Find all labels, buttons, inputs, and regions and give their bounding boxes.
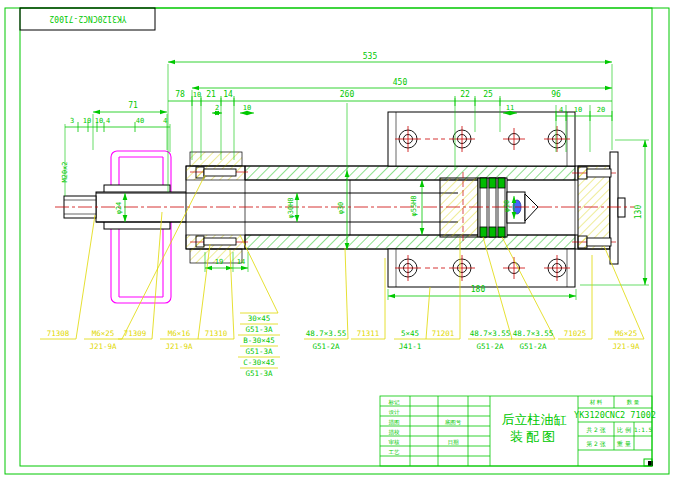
callout-5x45: 5×45 bbox=[401, 329, 419, 338]
dim-535: 535 bbox=[363, 52, 378, 61]
tb-left-r3: 描图 bbox=[389, 419, 400, 426]
dim-130: 130 bbox=[634, 205, 643, 220]
dim-m20: M20x2 bbox=[61, 161, 69, 182]
dim-phi24: φ24 bbox=[115, 202, 123, 215]
callout-m6x25-left-2: J21-9A bbox=[89, 342, 117, 351]
drawing-code-text: YK3120CNC2-71002 bbox=[49, 14, 126, 23]
tb-left-r5: 审核 bbox=[389, 439, 401, 445]
dim-450: 450 bbox=[393, 78, 408, 87]
callout-m6x25-right-2: J21-9A bbox=[612, 342, 640, 351]
callout-oring-3: 48.7×3.55 bbox=[513, 329, 554, 338]
dim-4a: 4 bbox=[559, 106, 563, 114]
dim-40: 40 bbox=[136, 117, 144, 125]
callout-m6x25-right: M6×25 bbox=[615, 329, 638, 338]
callout-71309: 71309 bbox=[124, 329, 147, 338]
dim-10c: 10 bbox=[574, 106, 582, 114]
tb-scale: 1:1.5 bbox=[634, 426, 652, 433]
dim-phi20: φ20 bbox=[503, 200, 511, 213]
dim-25: 25 bbox=[483, 90, 493, 99]
piston-seal-rings bbox=[480, 178, 505, 237]
callout-seal-stack-1: 30×45 bbox=[248, 314, 271, 323]
callout-m6x25-left: M6×25 bbox=[92, 329, 115, 338]
callout-5x45-2: J41-1 bbox=[399, 342, 422, 351]
tb-title-line1: 后立柱油缸 bbox=[502, 412, 567, 427]
dim-14b: 14 bbox=[237, 258, 245, 266]
dim-10e: 10 bbox=[95, 117, 103, 125]
dim-phi30h8: φ30H8 bbox=[287, 197, 295, 218]
callout-oring-3-2: G51-2A bbox=[519, 342, 547, 351]
dim-180: 180 bbox=[471, 285, 486, 294]
callout-oring-2: 48.7×3.55 bbox=[470, 329, 511, 338]
dim-4b: 4 bbox=[106, 117, 110, 125]
dim-22: 22 bbox=[460, 90, 470, 99]
tb-left-r6: 工艺 bbox=[389, 449, 401, 455]
callout-seal-stack-4: G51-3A bbox=[245, 347, 273, 356]
dim-phi55h8: φ55H8 bbox=[410, 195, 418, 216]
end-cap bbox=[572, 152, 625, 264]
dim-3: 3 bbox=[70, 117, 74, 125]
tb-sheets: 共 2 张 bbox=[586, 426, 606, 434]
dim-11: 11 bbox=[506, 104, 514, 112]
tb-left-r1: 标记 bbox=[388, 399, 401, 406]
callout-seal-stack-3: B-30×45 bbox=[243, 336, 275, 345]
callout-m6x16: M6×16 bbox=[168, 329, 191, 338]
dim-10d: 10 bbox=[83, 117, 91, 125]
dim-96: 96 bbox=[551, 90, 561, 99]
dim-10b: 10 bbox=[243, 104, 251, 112]
tb-weight-label: 重 量 bbox=[616, 440, 631, 447]
tb-left-r2: 设计 bbox=[389, 409, 401, 415]
tb-sheet-no: 第 2 张 bbox=[586, 440, 606, 448]
callout-oring-1: 48.7×3.55 bbox=[306, 329, 347, 338]
dim-260: 260 bbox=[340, 90, 355, 99]
callout-71311: 71311 bbox=[357, 329, 380, 338]
dim-71: 71 bbox=[128, 101, 138, 110]
tb-left-r4: 描校 bbox=[389, 429, 401, 436]
cad-sheet: YK3120CNC2-71002 bbox=[0, 0, 680, 483]
drawing-code-box: YK3120CNC2-71002 bbox=[20, 8, 155, 30]
callout-seal-stack-2: G51-3A bbox=[245, 325, 273, 334]
dim-phi30: φ30 bbox=[337, 202, 345, 215]
callout-71025: 71025 bbox=[564, 329, 587, 338]
title-block: 后立柱油缸 装配图 YK3120CNC2 71002 共 2 张 比 例 1:1… bbox=[380, 396, 656, 466]
tb-title-line2: 装配图 bbox=[510, 429, 558, 444]
dim-10a: 10 bbox=[193, 91, 201, 99]
tb-drawing-no: YK3120CNC2 71002 bbox=[574, 410, 656, 420]
tb-left-r5b: 日期 bbox=[448, 439, 460, 446]
dim-14: 14 bbox=[223, 90, 233, 99]
dim-78: 78 bbox=[175, 90, 185, 99]
callout-oring-1-2: G51-2A bbox=[312, 342, 340, 351]
dim-19: 19 bbox=[215, 258, 223, 266]
callout-71310: 71310 bbox=[205, 329, 228, 338]
callout-seal-stack-5: C-30×45 bbox=[243, 358, 275, 367]
cad-drawing-canvas: YK3120CNC2-71002 bbox=[0, 0, 680, 483]
dim-21: 21 bbox=[206, 90, 216, 99]
dim-2: 2 bbox=[215, 104, 219, 112]
part-callouts: 71308 M6×25 J21-9A 71309 M6×16 J21-9A 71… bbox=[47, 314, 640, 378]
tb-scale-label: 比 例 bbox=[617, 426, 631, 434]
callout-71201: 71201 bbox=[432, 329, 455, 338]
tb-material-label: 材 料 bbox=[589, 399, 603, 406]
dim-20: 20 bbox=[597, 106, 605, 114]
callout-seal-stack-6: G51-3A bbox=[245, 369, 273, 378]
callout-oring-2-2: G51-2A bbox=[476, 342, 504, 351]
tb-qty-label: 数 量 bbox=[627, 399, 640, 405]
callout-71308: 71308 bbox=[47, 329, 70, 338]
tb-left-r3b: 底图号 bbox=[445, 419, 462, 426]
callout-m6x16-2: J21-9A bbox=[165, 342, 193, 351]
dim-4c: 4 bbox=[163, 117, 167, 125]
